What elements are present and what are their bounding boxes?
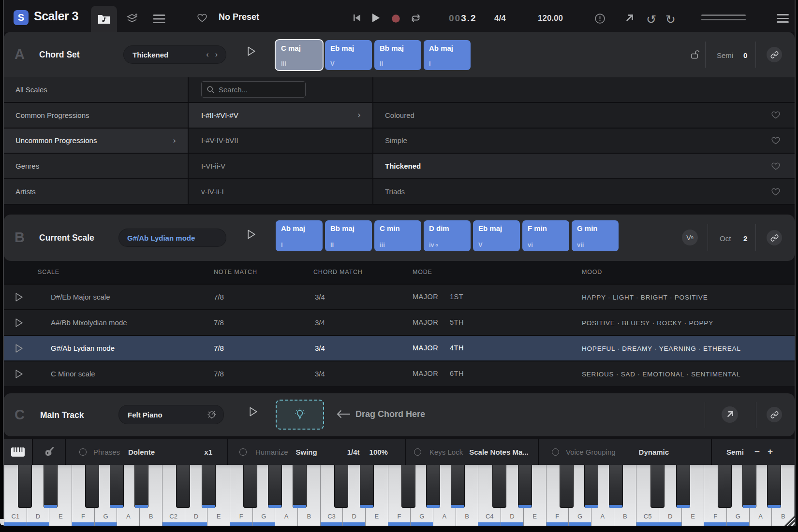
black-key-F#1[interactable]	[85, 465, 99, 508]
humanize-value[interactable]: Swing	[296, 448, 317, 456]
chord-card[interactable]: Bb majII	[325, 220, 372, 251]
phrases-control[interactable]: Phrases Dolente x1	[66, 439, 227, 465]
phrases-value[interactable]: Dolente	[128, 448, 155, 456]
black-key-C#5[interactable]	[650, 465, 665, 508]
chord-card[interactable]: G minvii	[572, 220, 619, 251]
voice-grouping-led[interactable]	[552, 448, 559, 456]
set-cell[interactable]	[373, 77, 795, 102]
link-button-c[interactable]	[767, 407, 782, 422]
keys-lock-value[interactable]: Scale Notes Ma...	[469, 448, 529, 456]
black-key-A#3[interactable]	[451, 465, 465, 508]
oct-value[interactable]: 2	[743, 234, 747, 243]
voicing-button[interactable]: V9	[682, 230, 698, 245]
black-key-F#4[interactable]	[560, 465, 574, 508]
link-button-b[interactable]	[767, 230, 782, 245]
play-scale-row-icon[interactable]	[15, 369, 23, 379]
chord-drop-zone[interactable]	[276, 400, 324, 430]
black-key-A#4[interactable]	[609, 465, 623, 508]
black-key-D#1[interactable]	[44, 465, 58, 508]
category-cell[interactable]: Genres	[4, 154, 188, 178]
tempo-value[interactable]: 120.00	[538, 14, 563, 23]
black-key-C#4[interactable]	[492, 465, 506, 508]
undo-icon[interactable]: ↺	[646, 14, 656, 26]
instrument-dial-icon[interactable]	[207, 409, 217, 420]
play-scale-row-icon[interactable]	[15, 318, 23, 328]
progression-cell[interactable]: Search...	[189, 77, 372, 102]
guitar-view-button[interactable]	[33, 439, 65, 465]
detach-button[interactable]	[722, 406, 738, 423]
voice-grouping-control[interactable]: Voice Grouping Dynamic	[539, 439, 711, 465]
share-icon[interactable]	[625, 14, 634, 23]
loop-icon[interactable]	[410, 14, 421, 23]
progression-cell[interactable]: I-#V-IV-bVII	[189, 129, 372, 153]
black-key-D#4[interactable]	[518, 465, 532, 508]
layers-icon[interactable]	[126, 13, 138, 25]
black-key-D#2[interactable]	[202, 465, 216, 508]
current-scale-selector[interactable]: G#/Ab Lydian mode	[118, 229, 226, 247]
chord-card[interactable]: Ab majI	[424, 40, 471, 70]
progression-cell[interactable]: I-#II-#VI-#V›	[189, 103, 372, 128]
category-cell[interactable]: All Scales	[4, 77, 188, 102]
chord-card[interactable]: D dimiv o	[424, 220, 471, 251]
black-key-G#2[interactable]	[268, 465, 282, 508]
category-cell[interactable]: Uncommon Progressions›	[4, 129, 188, 153]
keyboard-view-button[interactable]	[4, 439, 32, 465]
chord-card[interactable]: F minvi	[522, 220, 569, 251]
redo-icon[interactable]: ↻	[665, 14, 676, 26]
unlock-icon[interactable]	[690, 49, 701, 60]
tab-session[interactable]	[91, 6, 117, 32]
play-chord-set-button[interactable]	[247, 46, 256, 57]
black-key-F#2[interactable]	[243, 465, 257, 508]
semi-value[interactable]: 0	[743, 51, 747, 59]
set-cell[interactable]: Triads	[373, 179, 795, 204]
preset-name[interactable]: No Preset	[219, 12, 259, 22]
play-scale-button[interactable]	[247, 229, 256, 240]
black-key-A#2[interactable]	[293, 465, 307, 508]
set-cell[interactable]: Thickened	[373, 154, 795, 178]
heart-icon[interactable]	[771, 188, 780, 196]
phrases-led[interactable]	[79, 448, 87, 456]
record-icon[interactable]	[392, 14, 400, 23]
progression-cell[interactable]: v-IV-ii-I	[189, 179, 372, 204]
heart-icon[interactable]	[771, 137, 780, 144]
category-cell[interactable]: Artists	[4, 179, 188, 204]
scale-row[interactable]: A#/Bb Mixolydian mode7/83/4MAJOR5THPOSIT…	[4, 309, 795, 335]
semi-plus-button[interactable]: +	[768, 446, 773, 457]
chord-card[interactable]: Ab majI	[276, 220, 323, 251]
chord-set-selector[interactable]: Thickened ‹›	[123, 45, 226, 64]
black-key-G#4[interactable]	[584, 465, 598, 508]
chord-card[interactable]: Eb majV	[473, 220, 520, 251]
chord-card[interactable]: C majIII	[276, 40, 323, 70]
black-key-G#3[interactable]	[426, 465, 440, 508]
black-key-C#3[interactable]	[334, 465, 348, 508]
set-cell[interactable]: Simple	[373, 129, 795, 153]
play-track-button[interactable]	[249, 406, 258, 417]
voice-grouping-value[interactable]: Dynamic	[639, 448, 669, 456]
keys-lock-control[interactable]: Keys Lock Scale Notes Ma...	[406, 439, 538, 465]
prev-arrow-icon[interactable]: ‹	[206, 50, 208, 59]
scale-row[interactable]: G#/Ab Lydian mode7/83/4MAJOR4THHOPEFUL ·…	[4, 335, 795, 360]
black-key-F#3[interactable]	[401, 465, 415, 508]
black-key-A#1[interactable]	[134, 465, 148, 508]
humanize-amount[interactable]: 100%	[369, 448, 388, 456]
link-button-a[interactable]	[767, 47, 782, 62]
heart-icon[interactable]	[771, 111, 780, 119]
humanize-rate[interactable]: 1/4t	[347, 448, 360, 456]
black-key-A#5[interactable]	[767, 465, 781, 508]
black-key-G#5[interactable]	[742, 465, 756, 508]
heart-icon[interactable]	[771, 162, 780, 170]
favorite-heart-icon[interactable]	[197, 14, 207, 22]
black-key-D#3[interactable]	[360, 465, 374, 508]
black-key-C#2[interactable]	[176, 465, 190, 508]
keys-lock-led[interactable]	[414, 448, 421, 456]
black-key-D#5[interactable]	[676, 465, 690, 508]
phrases-mult[interactable]: x1	[204, 448, 212, 456]
chord-card[interactable]: Eb majV	[325, 40, 372, 70]
rewind-icon[interactable]	[353, 14, 361, 22]
semi-minus-button[interactable]: −	[754, 446, 760, 457]
play-transport-icon[interactable]	[371, 13, 380, 23]
scale-row[interactable]: D#/Eb Major scale7/83/4MAJOR1STHAPPY · L…	[4, 284, 795, 309]
black-key-G#1[interactable]	[110, 465, 124, 508]
menu-icon[interactable]	[777, 14, 789, 25]
chord-card[interactable]: C miniii	[374, 220, 421, 251]
